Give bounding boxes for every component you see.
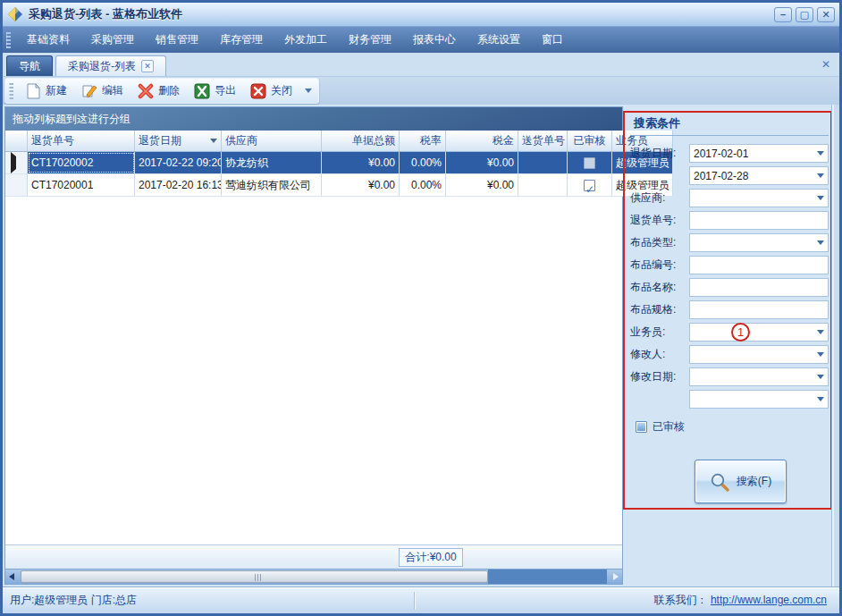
grid-summary-footer: 合计:¥0.00 <box>5 544 622 569</box>
chevron-down-icon[interactable] <box>305 89 312 93</box>
scrollbar-thumb[interactable] <box>21 570 488 583</box>
search-button-label: 搜索(F) <box>737 474 771 489</box>
column-header-tax[interactable]: 税金 <box>446 131 518 151</box>
cell-order-no[interactable]: CT17020002 <box>28 152 135 173</box>
field-label: 退货日期: <box>630 146 689 161</box>
cell-supplier[interactable]: 莺迪纺织有限公司 <box>222 174 322 196</box>
document-tab-strip: 导航 采购退货-列表 ✕ ✕ <box>3 53 839 77</box>
modify-date-to-combo[interactable] <box>689 390 829 409</box>
supplier-combo[interactable] <box>689 189 829 207</box>
field-row-return-order-no: 退货单号: <box>630 211 829 230</box>
new-button[interactable]: 新建 <box>19 81 74 101</box>
field-row-fabric-spec: 布品规格: <box>630 300 829 319</box>
tab-navigation[interactable]: 导航 <box>6 55 53 76</box>
cell-tax-rate[interactable]: 0.00% <box>400 174 446 196</box>
window-title: 采购退货-列表 - 蓝格布业软件 <box>29 6 774 22</box>
fabric-type-combo[interactable] <box>689 233 829 252</box>
menu-settings[interactable]: 系统设置 <box>467 27 531 53</box>
scroll-right-arrow-icon[interactable] <box>613 573 619 580</box>
column-header-tax-rate[interactable]: 税率 <box>400 131 446 151</box>
menu-basic-data[interactable]: 基础资料 <box>16 27 80 53</box>
chevron-down-icon[interactable] <box>813 190 828 207</box>
fabric-spec-input[interactable] <box>689 300 829 319</box>
chevron-down-icon[interactable] <box>813 324 828 341</box>
field-row-return-date-to: 2017-02-28 <box>630 166 829 185</box>
cell-order-no[interactable]: CT17020001 <box>28 174 135 196</box>
purchase-return-grid: 拖动列标题到这进行分组 退货单号 退货日期 供应商 单据总额 税率 税金 送货单… <box>4 106 623 585</box>
cell-date[interactable]: 2017-02-22 09:20:47 <box>135 152 222 173</box>
column-header-date[interactable]: 退货日期 <box>135 131 222 151</box>
website-link[interactable]: http://www.lange.com.cn <box>711 594 827 606</box>
delete-button-label: 删除 <box>158 83 180 98</box>
column-header-delivery-no[interactable]: 送货单号 <box>518 131 568 151</box>
close-view-button[interactable]: 关闭 <box>243 81 299 101</box>
audited-filter-checkbox[interactable] <box>636 421 647 433</box>
column-header-total[interactable]: 单据总额 <box>322 131 400 151</box>
field-label: 布品规格: <box>630 302 689 317</box>
edit-button[interactable]: 编辑 <box>74 81 131 101</box>
fabric-name-input[interactable] <box>689 278 829 297</box>
edit-pencil-icon <box>81 83 97 99</box>
menu-outsourcing[interactable]: 外发加工 <box>274 27 338 53</box>
table-row[interactable]: CT17020002 2017-02-22 09:20:47 协龙纺织 ¥0.0… <box>5 152 673 174</box>
audited-checkbox[interactable] <box>584 180 595 191</box>
row-indicator-cell <box>5 174 28 196</box>
field-label: 修改日期: <box>630 369 689 384</box>
return-order-no-input[interactable] <box>689 211 829 230</box>
column-header-order-no[interactable]: 退货单号 <box>28 131 135 151</box>
field-label: 布品编号: <box>630 257 689 273</box>
menu-window[interactable]: 窗口 <box>531 27 574 53</box>
table-row[interactable]: CT17020001 2017-02-20 16:13:12 莺迪纺织有限公司 … <box>5 174 673 197</box>
cell-tax[interactable]: ¥0.00 <box>446 174 518 196</box>
field-row-return-date-from: 退货日期: 2017-02-01 <box>630 144 829 163</box>
horizontal-scrollbar[interactable] <box>5 569 622 584</box>
scrollbar-track[interactable] <box>488 570 607 584</box>
delete-button[interactable]: 删除 <box>131 81 187 101</box>
row-indicator-cell <box>5 152 28 173</box>
tab-purchase-return-list[interactable]: 采购退货-列表 ✕ <box>55 55 166 76</box>
cell-tax[interactable]: ¥0.00 <box>446 152 518 173</box>
menu-purchase[interactable]: 采购管理 <box>80 27 145 53</box>
cell-tax-rate[interactable]: 0.00% <box>400 152 446 173</box>
return-date-to-combo[interactable]: 2017-02-28 <box>689 166 829 185</box>
field-label: 业务员: <box>630 325 689 340</box>
cell-delivery-no[interactable] <box>518 152 568 173</box>
search-button[interactable]: 搜索(F) <box>695 460 787 503</box>
group-by-band[interactable]: 拖动列标题到这进行分组 <box>5 107 622 131</box>
salesman-combo[interactable]: 1 <box>689 323 829 342</box>
minimize-button[interactable]: – <box>774 7 792 22</box>
chevron-down-icon[interactable] <box>813 167 828 184</box>
cell-total[interactable]: ¥0.00 <box>322 152 400 173</box>
tab-close-icon[interactable]: ✕ <box>141 60 154 72</box>
panel-splitter[interactable] <box>831 105 839 586</box>
column-header-audited[interactable]: 已审核 <box>568 131 612 151</box>
combo-value: 2017-02-28 <box>690 170 813 182</box>
fabric-code-input[interactable] <box>689 256 829 274</box>
close-button[interactable]: ✕ <box>817 7 835 22</box>
cell-date[interactable]: 2017-02-20 16:13:12 <box>135 174 222 196</box>
menu-sales[interactable]: 销售管理 <box>145 27 209 53</box>
return-date-from-combo[interactable]: 2017-02-01 <box>689 144 829 163</box>
menu-reports[interactable]: 报表中心 <box>402 27 467 53</box>
audited-checkbox[interactable] <box>584 157 595 169</box>
menu-inventory[interactable]: 库存管理 <box>209 27 274 53</box>
total-summary: 合计:¥0.00 <box>399 548 463 567</box>
export-button[interactable]: 导出 <box>187 81 243 101</box>
cell-delivery-no[interactable] <box>518 174 568 196</box>
tabstrip-close-icon[interactable]: ✕ <box>821 58 830 71</box>
toolbar-grip-icon <box>9 83 13 99</box>
toolbar-row: 新建 编辑 删除 <box>3 77 839 105</box>
chevron-down-icon[interactable] <box>813 391 828 408</box>
modify-date-from-combo[interactable] <box>689 367 829 386</box>
maximize-button[interactable]: ▢ <box>796 7 813 22</box>
chevron-down-icon[interactable] <box>813 234 828 251</box>
chevron-down-icon[interactable] <box>813 346 828 363</box>
chevron-down-icon[interactable] <box>813 368 828 385</box>
cell-total[interactable]: ¥0.00 <box>322 174 400 196</box>
cell-supplier[interactable]: 协龙纺织 <box>222 152 322 173</box>
scroll-left-arrow-icon[interactable] <box>9 573 14 580</box>
menu-finance[interactable]: 财务管理 <box>338 27 402 53</box>
modifier-combo[interactable] <box>689 345 829 364</box>
chevron-down-icon[interactable] <box>813 145 828 162</box>
column-header-supplier[interactable]: 供应商 <box>222 131 322 151</box>
